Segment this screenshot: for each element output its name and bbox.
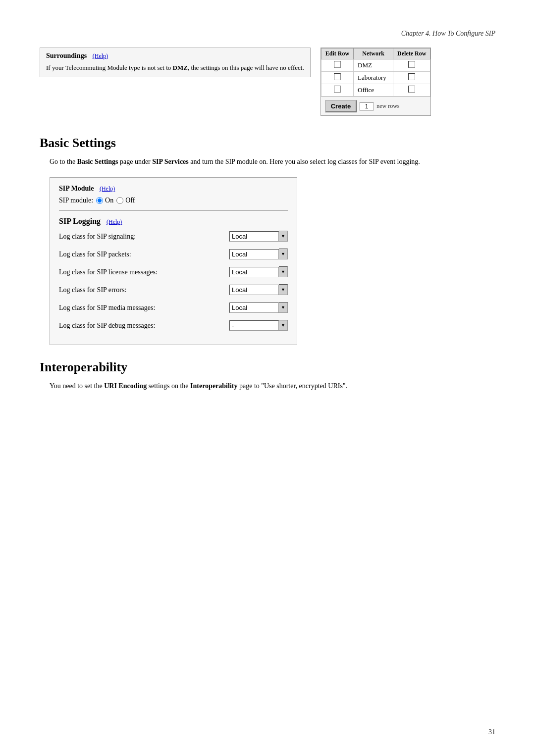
delete-row-checkbox[interactable]	[408, 86, 415, 93]
surroundings-description: If your Telecommuting Module type is not…	[46, 63, 304, 73]
delete-row-checkbox[interactable]	[408, 61, 415, 68]
network-name-cell: Office	[354, 84, 393, 97]
sip-module-help-link[interactable]: (Help)	[100, 185, 115, 192]
surroundings-section: Surroundings (Help) If your Telecommutin…	[40, 48, 495, 116]
log-row: Log class for SIP license messages:Local…	[59, 266, 288, 277]
new-rows-label: new rows	[376, 102, 399, 110]
sip-module-title: SIP Module (Help)	[59, 185, 288, 193]
log-select-wrapper: LocalRemote-▼	[229, 284, 288, 295]
log-select[interactable]: LocalRemote-	[229, 249, 279, 259]
delete-row-checkbox-cell[interactable]	[393, 59, 430, 72]
log-row: Log class for SIP debug messages:LocalRe…	[59, 320, 288, 331]
log-label: Log class for SIP errors:	[59, 285, 223, 295]
edit-row-checkbox-cell[interactable]	[321, 72, 353, 84]
edit-row-checkbox-cell[interactable]	[321, 59, 353, 72]
log-select[interactable]: LocalRemote-	[229, 267, 279, 277]
warning-text-2: the settings on this page will have no e…	[189, 64, 304, 71]
delete-row-checkbox-cell[interactable]	[393, 84, 430, 97]
interop-text-2: settings on the	[147, 382, 190, 390]
desc-text-1: Go to the	[50, 158, 77, 165]
basic-settings-description: Go to the Basic Settings page under SIP …	[40, 156, 495, 167]
edit-row-checkbox[interactable]	[334, 73, 341, 80]
desc-bold-1: Basic Settings	[77, 158, 118, 165]
table-row: DMZ	[321, 59, 430, 72]
select-arrow-icon[interactable]: ▼	[279, 284, 288, 295]
create-row: Create new rows	[321, 97, 431, 115]
interop-text-1: You need to set the	[50, 382, 104, 390]
surroundings-title: Surroundings (Help)	[46, 52, 304, 60]
interoperability-title: Interoperability	[40, 360, 495, 375]
new-rows-input[interactable]	[360, 102, 374, 111]
network-name-cell: DMZ	[354, 59, 393, 72]
log-select-wrapper: LocalRemote-▼	[229, 266, 288, 277]
chapter-header: Chapter 4. How To Configure SIP	[40, 30, 495, 38]
edit-row-checkbox-cell[interactable]	[321, 84, 353, 97]
log-select-wrapper: LocalRemote-▼	[229, 249, 288, 259]
network-name-cell: Laboratory	[354, 72, 393, 84]
select-arrow-icon[interactable]: ▼	[279, 266, 288, 277]
sip-off-group[interactable]: Off	[116, 197, 135, 204]
select-arrow-icon[interactable]: ▼	[279, 320, 288, 331]
log-select[interactable]: LocalRemote-	[229, 302, 279, 313]
sip-logging-help-link[interactable]: (Help)	[107, 218, 122, 225]
sip-module-title-text: SIP Module	[59, 185, 94, 192]
log-label: Log class for SIP signaling:	[59, 232, 223, 242]
log-select[interactable]: LocalRemote-	[229, 320, 279, 331]
col-edit-row: Edit Row	[321, 49, 353, 59]
log-label: Log class for SIP packets:	[59, 250, 223, 259]
col-delete-row: Delete Row	[393, 49, 430, 59]
log-select[interactable]: LocalRemote-	[229, 231, 279, 242]
log-row: Log class for SIP media messages:LocalRe…	[59, 302, 288, 313]
basic-settings-title: Basic Settings	[40, 136, 495, 151]
network-table: Edit Row Network Delete Row DMZLaborator…	[321, 48, 431, 97]
table-row: Office	[321, 84, 430, 97]
sip-logging-title-text: SIP Logging	[59, 217, 101, 225]
sip-logging-title: SIP Logging (Help)	[59, 217, 288, 226]
log-rows-container: Log class for SIP signaling:LocalRemote-…	[59, 231, 288, 331]
sip-on-label: On	[105, 197, 113, 204]
select-arrow-icon[interactable]: ▼	[279, 231, 288, 242]
select-arrow-icon[interactable]: ▼	[279, 302, 288, 313]
log-select-wrapper: LocalRemote-▼	[229, 302, 288, 313]
delete-row-checkbox-cell[interactable]	[393, 72, 430, 84]
log-row: Log class for SIP signaling:LocalRemote-…	[59, 231, 288, 242]
select-arrow-icon[interactable]: ▼	[279, 249, 288, 259]
edit-row-checkbox[interactable]	[334, 86, 341, 93]
network-table-wrapper: Edit Row Network Delete Row DMZLaborator…	[321, 48, 431, 116]
interop-text-3: page to "Use shorter, encrypted URIs".	[237, 382, 347, 390]
sip-on-radio[interactable]	[96, 197, 103, 204]
table-row: Laboratory	[321, 72, 430, 84]
interop-bold-2: Interoperability	[190, 382, 237, 390]
warning-bold: DMZ,	[173, 64, 190, 71]
log-row: Log class for SIP errors:LocalRemote-▼	[59, 284, 288, 295]
sip-off-label: Off	[125, 197, 135, 204]
log-label: Log class for SIP debug messages:	[59, 321, 223, 331]
edit-row-checkbox[interactable]	[334, 61, 341, 68]
sip-on-group[interactable]: On	[96, 197, 113, 204]
log-select[interactable]: LocalRemote-	[229, 285, 279, 295]
section-divider	[59, 210, 288, 211]
delete-row-checkbox[interactable]	[408, 73, 415, 80]
sip-module-radio-row: SIP module: On Off	[59, 197, 288, 204]
desc-bold-2: SIP Services	[152, 158, 189, 165]
interoperability-description: You need to set the URI Encoding setting…	[40, 381, 495, 392]
sip-off-radio[interactable]	[116, 197, 123, 204]
log-label: Log class for SIP media messages:	[59, 303, 223, 313]
interoperability-section: Interoperability You need to set the URI…	[40, 360, 495, 392]
surroundings-help-link[interactable]: (Help)	[93, 52, 108, 59]
col-network: Network	[354, 49, 393, 59]
sip-settings-box: SIP Module (Help) SIP module: On Off SIP…	[50, 177, 297, 345]
create-button[interactable]: Create	[325, 100, 357, 112]
log-select-wrapper: LocalRemote-▼	[229, 231, 288, 242]
log-select-wrapper: LocalRemote-▼	[229, 320, 288, 331]
desc-text-2: page under	[118, 158, 152, 165]
log-label: Log class for SIP license messages:	[59, 267, 223, 277]
surroundings-box: Surroundings (Help) If your Telecommutin…	[40, 48, 311, 77]
sip-module-label: SIP module:	[59, 197, 93, 204]
interop-bold-1: URI Encoding	[104, 382, 147, 390]
surroundings-title-text: Surroundings	[46, 52, 87, 59]
warning-text-1: If your Telecommuting Module type is not…	[46, 64, 173, 71]
desc-text-3: and turn the SIP module on. Here you als…	[189, 158, 420, 165]
log-row: Log class for SIP packets:LocalRemote-▼	[59, 249, 288, 259]
page-number: 31	[488, 728, 495, 736]
